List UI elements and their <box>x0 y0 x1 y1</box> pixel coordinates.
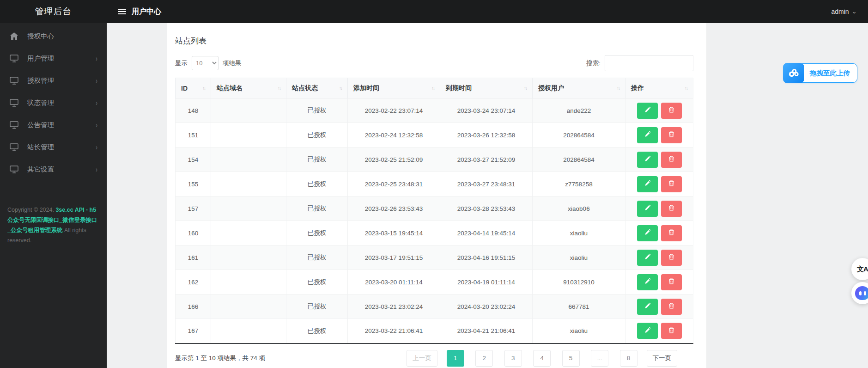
page-length-select[interactable]: 10 <box>192 56 219 70</box>
edit-button[interactable] <box>637 323 658 339</box>
cell-expire-time: 2023-04-16 19:51:15 <box>440 245 533 270</box>
sidebar-item-other-settings[interactable]: 其它设置 › <box>0 158 107 180</box>
cell-domain <box>211 147 286 172</box>
cell-id: 162 <box>176 270 211 294</box>
cell-id: 154 <box>176 147 211 172</box>
edit-button[interactable] <box>637 274 658 290</box>
cell-domain <box>211 196 286 221</box>
column-header[interactable]: 添加时间 ↑↓ <box>348 78 440 98</box>
trash-icon <box>668 131 675 139</box>
cell-added-time: 2023-03-22 21:06:41 <box>348 319 440 343</box>
page-number-button[interactable]: 3 <box>504 350 522 367</box>
delete-button[interactable] <box>661 176 682 192</box>
sort-icon[interactable]: ↑↓ <box>685 86 687 91</box>
delete-button[interactable] <box>661 225 682 241</box>
chevron-right-icon: › <box>96 143 97 151</box>
sort-icon[interactable]: ↑↓ <box>278 86 280 91</box>
delete-button[interactable] <box>661 201 682 217</box>
chevron-right-icon: › <box>96 98 97 107</box>
cell-auth-user: xiaoliu <box>533 319 625 343</box>
sidebar-item-webmaster-mgmt[interactable]: 站长管理 › <box>0 136 107 158</box>
username: admin <box>831 8 849 15</box>
edit-button[interactable] <box>637 152 658 168</box>
chevron-right-icon: › <box>96 76 97 85</box>
table-body: 148 已授权 2023-02-22 23:07:14 2023-03-24 2… <box>176 98 693 343</box>
edit-button[interactable] <box>637 299 658 315</box>
sidebar-item-auth-center[interactable]: 授权中心 <box>0 25 107 47</box>
sidebar-item-notice-mgmt[interactable]: 公告管理 › <box>0 114 107 136</box>
page-number-button[interactable]: … <box>591 350 608 367</box>
page-number-button[interactable]: 1 <box>447 350 464 367</box>
page-number-button[interactable]: 8 <box>620 350 637 367</box>
column-header[interactable]: 站点状态 ↑↓ <box>286 78 348 98</box>
table-row: 167 已授权 2023-03-22 21:06:41 2023-04-21 2… <box>176 319 693 343</box>
cell-expire-time: 2023-04-14 19:45:14 <box>440 221 533 245</box>
cell-auth-user: xiaoliu <box>533 221 625 245</box>
table-row: 166 已授权 2023-03-21 23:02:24 2024-03-20 2… <box>176 294 693 319</box>
sort-icon[interactable]: ↑↓ <box>617 86 619 91</box>
cell-status: 已授权 <box>286 147 348 172</box>
copyright-prefix: Copyright © 2024. <box>7 207 55 213</box>
column-header[interactable]: 授权用户 ↑↓ <box>533 78 625 98</box>
sort-icon[interactable]: ↑↓ <box>339 86 342 91</box>
edit-button[interactable] <box>637 201 658 217</box>
cell-auth-user: 202864584 <box>533 147 625 172</box>
edit-button[interactable] <box>637 176 658 192</box>
cell-domain <box>211 294 286 319</box>
column-header[interactable]: 操作 ↑↓ <box>625 78 693 98</box>
pagination: 上一页 1 2 3 4 5 … 8 下一页 <box>397 350 693 367</box>
sidebar-item-status-mgmt[interactable]: 状态管理 › <box>0 92 107 114</box>
main-area: 站点列表 显示 10 项结果 搜索: ID ↑↓ 站点域名 ↑ <box>107 23 868 368</box>
search-input[interactable] <box>605 55 693 71</box>
monitor-icon <box>9 120 18 129</box>
sites-table: ID ↑↓ 站点域名 ↑↓ 站点状态 ↑↓ 添加时间 ↑↓ 到期时间 ↑↓ 授权… <box>175 78 693 344</box>
sort-icon[interactable]: ↑↓ <box>524 86 527 91</box>
page-number-button[interactable]: 4 <box>533 350 551 367</box>
cell-status: 已授权 <box>286 98 348 123</box>
page-numbers: 1 2 3 4 5 … 8 <box>437 350 637 367</box>
edit-button[interactable] <box>637 250 658 266</box>
delete-button[interactable] <box>661 103 682 119</box>
user-center-toggle[interactable]: 用户中心 <box>118 7 161 17</box>
column-header[interactable]: 站点域名 ↑↓ <box>211 78 286 98</box>
cell-added-time: 2023-02-24 12:32:58 <box>348 123 440 147</box>
column-header[interactable]: ID ↑↓ <box>176 78 211 98</box>
column-header[interactable]: 到期时间 ↑↓ <box>440 78 533 98</box>
cell-id: 148 <box>176 98 211 123</box>
copyright: Copyright © 2024. 3se.cc API - h5公众号无限回调… <box>0 205 107 246</box>
page-number-button[interactable]: 2 <box>475 350 493 367</box>
prev-page-button[interactable]: 上一页 <box>407 350 437 367</box>
upload-label: 拖拽至此上传 <box>810 69 850 78</box>
table-footer: 显示第 1 至 10 项结果，共 74 项 上一页 1 2 3 4 5 … 8 … <box>175 350 693 367</box>
content-card: 站点列表 显示 10 项结果 搜索: ID ↑↓ 站点域名 ↑ <box>167 23 706 368</box>
cell-id: 166 <box>176 294 211 319</box>
cell-added-time: 2023-03-15 19:45:14 <box>348 221 440 245</box>
cell-expire-time: 2023-03-27 23:48:31 <box>440 172 533 196</box>
edit-button[interactable] <box>637 103 658 119</box>
delete-button[interactable] <box>661 152 682 168</box>
cell-auth-user: xiaob06 <box>533 196 625 221</box>
cell-expire-time: 2023-03-28 23:53:43 <box>440 196 533 221</box>
delete-button[interactable] <box>661 323 682 339</box>
table-row: 160 已授权 2023-03-15 19:45:14 2023-04-14 1… <box>176 221 693 245</box>
chevron-right-icon: › <box>96 54 97 62</box>
delete-button[interactable] <box>661 250 682 266</box>
edit-button[interactable] <box>637 127 658 143</box>
app-brand: 管理后台 <box>0 6 107 18</box>
pencil-icon <box>644 155 651 164</box>
monitor-icon <box>9 142 18 152</box>
sidebar-item-auth-mgmt[interactable]: 授权管理 › <box>0 69 107 92</box>
edit-button[interactable] <box>637 225 658 241</box>
delete-button[interactable] <box>661 127 682 143</box>
next-page-button[interactable]: 下一页 <box>647 350 678 367</box>
page-number-button[interactable]: 5 <box>562 350 580 367</box>
user-dropdown[interactable]: admin ⌄ <box>831 8 856 15</box>
sort-icon[interactable]: ↑↓ <box>431 86 434 91</box>
delete-button[interactable] <box>661 274 682 290</box>
sidebar-item-user-mgmt[interactable]: 用户管理 › <box>0 47 107 69</box>
cell-status: 已授权 <box>286 294 348 319</box>
drag-upload-button[interactable]: 拖拽至此上传 <box>783 63 857 83</box>
cell-actions <box>625 123 693 147</box>
sort-icon[interactable]: ↑↓ <box>202 86 205 91</box>
delete-button[interactable] <box>661 299 682 315</box>
